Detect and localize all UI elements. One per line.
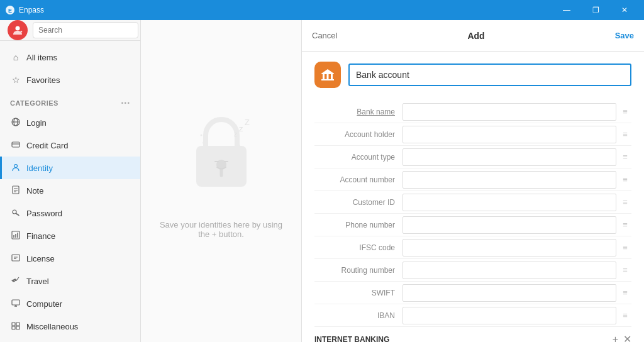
svg-point-39 <box>203 141 205 144</box>
sidebar-item-all-items[interactable]: ⌂ All items <box>0 46 140 69</box>
drag-handle-icon: ≡ <box>616 288 631 297</box>
app-title: Enpass <box>19 6 552 14</box>
middle-panel: z z z Save your identities here by using… <box>141 20 302 342</box>
internet-banking-actions: + ✕ <box>613 333 631 342</box>
swift-input[interactable] <box>402 284 616 302</box>
bank-name-label: Bank name <box>314 108 402 116</box>
license-icon <box>10 253 21 264</box>
bank-name-input[interactable] <box>402 103 616 121</box>
categories-more-icon[interactable]: ··· <box>121 97 130 109</box>
globe-icon <box>10 118 21 128</box>
field-routing-number: Routing number ≡ <box>314 259 631 282</box>
svg-rect-21 <box>12 255 19 261</box>
window-controls: — ❐ ✕ <box>552 0 639 20</box>
sidebar-item-credit-card[interactable]: Credit Card <box>0 134 140 157</box>
swift-label: SWIFT <box>314 289 402 297</box>
ifsc-code-input[interactable] <box>402 239 616 256</box>
item-title-row <box>314 62 631 88</box>
iban-label: IBAN <box>314 311 402 320</box>
sidebar-item-finance[interactable]: Finance <box>0 224 140 247</box>
account-number-input[interactable] <box>402 171 616 189</box>
account-type-input[interactable] <box>402 148 616 166</box>
sidebar-item-password[interactable]: Password <box>0 202 140 224</box>
internet-banking-divider: INTERNET BANKING + ✕ <box>314 327 631 342</box>
minimize-button[interactable]: — <box>552 0 581 20</box>
star-icon: ☆ <box>10 75 21 85</box>
sidebar-item-login[interactable]: Login <box>0 111 140 134</box>
svg-rect-24 <box>12 300 19 305</box>
sidebar-item-license[interactable]: License <box>0 247 140 270</box>
iban-input[interactable] <box>402 307 616 324</box>
drag-handle-icon: ≡ <box>616 130 631 139</box>
customer-id-input[interactable] <box>402 194 616 211</box>
svg-point-40 <box>200 134 202 136</box>
field-account-type: Account type ≡ <box>314 146 631 168</box>
computer-icon <box>10 299 21 309</box>
svg-rect-45 <box>321 79 334 80</box>
field-iban: IBAN ≡ <box>314 304 631 327</box>
account-holder-input[interactable] <box>402 126 616 143</box>
app-logo-icon: E <box>5 5 15 15</box>
maximize-button[interactable]: ❐ <box>581 0 610 20</box>
phone-number-input[interactable] <box>402 216 616 234</box>
drag-handle-icon: ≡ <box>616 175 631 184</box>
search-input[interactable] <box>33 22 138 38</box>
drag-handle-icon: ≡ <box>616 107 631 116</box>
svg-rect-28 <box>16 323 19 326</box>
sidebar-nav: ⌂ All items ☆ Favorites CATEGORIES ··· L… <box>0 41 140 342</box>
sidebar-item-favorites[interactable]: ☆ Favorites <box>0 69 140 91</box>
drag-handle-icon: ≡ <box>616 220 631 229</box>
close-button[interactable]: ✕ <box>610 0 639 20</box>
sidebar-item-computer[interactable]: Computer <box>0 292 140 315</box>
svg-text:E: E <box>8 8 12 14</box>
account-type-label: Account type <box>314 153 402 162</box>
sidebar-item-miscellaneous[interactable]: Miscellaneous <box>0 315 140 338</box>
sidebar-header <box>0 20 140 41</box>
cancel-button[interactable]: Cancel <box>312 31 337 40</box>
add-internet-banking-button[interactable]: + <box>613 334 618 343</box>
categories-header: CATEGORIES ··· <box>0 91 140 111</box>
bank-icon <box>314 62 341 88</box>
item-title-input[interactable] <box>348 63 631 86</box>
save-button[interactable]: Save <box>615 31 634 40</box>
svg-text:z: z <box>234 131 237 138</box>
add-title: Add <box>467 31 484 41</box>
misc-icon <box>10 321 21 332</box>
sidebar-item-identity[interactable]: Identity <box>0 157 140 179</box>
svg-rect-27 <box>12 323 15 326</box>
svg-point-14 <box>13 210 16 214</box>
customer-id-label: Customer ID <box>314 198 402 207</box>
phone-number-label: Phone number <box>314 221 402 229</box>
svg-point-2 <box>16 26 20 31</box>
routing-number-input[interactable] <box>402 262 616 279</box>
empty-lock-icon: z z z <box>184 111 259 193</box>
internet-banking-label: INTERNET BANKING <box>314 335 389 343</box>
form-area: Bank name ≡ Account holder ≡ Account typ… <box>302 52 644 342</box>
field-swift: SWIFT ≡ <box>314 282 631 304</box>
drag-handle-icon: ≡ <box>616 243 631 252</box>
avatar-icon <box>12 25 23 36</box>
finance-icon <box>10 231 21 241</box>
svg-point-9 <box>14 164 18 167</box>
avatar[interactable] <box>8 20 28 40</box>
field-account-holder: Account holder ≡ <box>314 123 631 146</box>
drag-handle-icon: ≡ <box>616 197 631 207</box>
svg-rect-44 <box>331 74 333 79</box>
sidebar: ⌂ All items ☆ Favorites CATEGORIES ··· L… <box>0 20 141 342</box>
ifsc-code-label: IFSC code <box>314 243 402 252</box>
titlebar: E Enpass — ❐ ✕ <box>0 0 644 20</box>
svg-rect-43 <box>327 74 329 79</box>
remove-internet-banking-button[interactable]: ✕ <box>623 333 631 342</box>
svg-rect-7 <box>12 142 19 147</box>
empty-state-message: Save your identities here by using the +… <box>141 207 301 251</box>
sidebar-item-travel[interactable]: Travel <box>0 270 140 292</box>
note-icon <box>10 185 21 196</box>
account-holder-label: Account holder <box>314 130 402 139</box>
field-phone-number: Phone number ≡ <box>314 214 631 236</box>
field-bank-name: Bank name ≡ <box>314 101 631 123</box>
right-toolbar: Cancel Add Save <box>302 20 644 52</box>
right-panel: Cancel Add Save Bank name <box>302 20 644 342</box>
identity-icon <box>10 163 21 174</box>
sidebar-item-note[interactable]: Note <box>0 179 140 202</box>
drag-handle-icon: ≡ <box>616 311 631 320</box>
